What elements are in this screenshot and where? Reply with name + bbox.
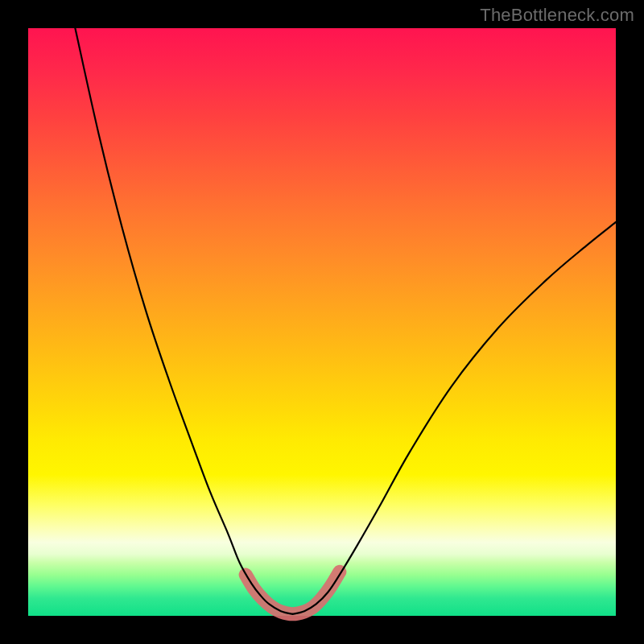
plot-area (28, 28, 616, 616)
left-curve-path (75, 28, 292, 614)
watermark-text: TheBottleneck.com (480, 5, 634, 26)
curves-svg (28, 28, 616, 616)
highlight-dip-path (246, 572, 340, 614)
chart-frame: TheBottleneck.com (0, 0, 644, 644)
right-curve-path (293, 222, 617, 614)
